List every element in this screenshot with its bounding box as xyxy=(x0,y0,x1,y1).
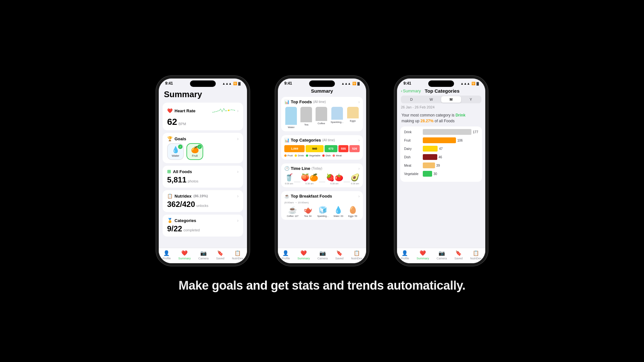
tab-summary-1[interactable]: ❤️ Summary xyxy=(178,250,191,260)
tab-profile-1[interactable]: 👤 Profile xyxy=(163,250,171,260)
chart-dish: Dish 46 xyxy=(404,154,478,160)
phone2-screen: 9:41 ▲▲▲ 🛜 ▓ Summary 📊 Top Foods (A xyxy=(278,79,366,263)
breakfast-icon: ☕ xyxy=(284,194,289,199)
back-button[interactable]: ‹ Summary xyxy=(401,88,421,93)
cat-bar-fruit: 1,069 xyxy=(284,145,305,152)
timeline-items: 🥤 6:08 am 🍑🍊 6:38 am 🍓🍅 6:38 am xyxy=(284,173,360,185)
legend-dot-veg xyxy=(306,154,308,157)
tab-saved-1[interactable]: 🔖 Saved xyxy=(216,250,224,260)
back-chevron-icon: ‹ xyxy=(401,88,402,93)
chart-bar-wrap-drink: 177 xyxy=(423,129,478,135)
tab-saved-2[interactable]: 🔖 Saved xyxy=(335,250,344,260)
status-time-3: 9:41 xyxy=(403,81,411,86)
chart-dairy: Dairy 47 xyxy=(404,146,478,152)
camera-icon-3: 📷 xyxy=(439,250,445,256)
tab-camera-1[interactable]: 📷 Camera xyxy=(198,250,209,260)
top-categories-card[interactable]: 📊 Top Categories (All time) › 1,069 940 xyxy=(281,135,363,160)
status-icons-2: ▲▲▲ 🛜 ▓ xyxy=(341,82,360,85)
goal-water-check: ✓ xyxy=(178,144,183,149)
top-categories-arrow: › xyxy=(358,138,360,143)
chart-val-drink: 177 xyxy=(473,130,478,134)
tab-camera-3[interactable]: 📷 Camera xyxy=(437,250,447,260)
breakfast-tea: 🫖 Tea: 94 xyxy=(304,206,312,217)
tab-nutridex-2[interactable]: 📋 NutriDex xyxy=(351,250,362,260)
nutridex-value: 362/420 xyxy=(167,200,195,209)
signal-icon-3: ▲▲▲ xyxy=(460,82,470,85)
breakfast-card[interactable]: ☕ Top Breakfast Foods › (6:00am → 10:00a… xyxy=(281,191,363,220)
nutridex-title: 📋 Nutridex (86.19%) xyxy=(167,193,208,199)
filter-y[interactable]: Y xyxy=(461,96,481,103)
top-foods-bars: Water Tea Coffee Sparkling... xyxy=(284,107,360,129)
chart-bar-wrap-fruit: 106 xyxy=(423,137,478,143)
camera-icon-1: 📷 xyxy=(200,250,207,256)
phone3-tab-bar: 👤 Profile ❤️ Summary 📷 Camera 🔖 Saved 📋 xyxy=(397,248,485,263)
top-foods-card[interactable]: 📊 Top Foods (All time) › Water xyxy=(281,97,363,131)
tab-saved-3[interactable]: 🔖 Saved xyxy=(454,250,463,260)
phone3-title: Top Categories xyxy=(425,88,479,94)
summary-icon-1: ❤️ xyxy=(181,250,188,256)
tab-profile-3[interactable]: 👤 Profile xyxy=(401,250,409,260)
legend-dot-dish xyxy=(322,154,325,157)
tab-summary-2[interactable]: ❤️ Summary xyxy=(298,250,310,260)
nutridex-sub: unlocks xyxy=(196,204,208,208)
heart-rate-card[interactable]: ❤️ Heart Rate › 62 BPM xyxy=(163,103,243,130)
categories-legend: Fruit Drink Vegetable Dish xyxy=(284,154,360,157)
filter-d[interactable]: D xyxy=(402,96,421,103)
chart-vegetable: Vegetable 30 xyxy=(404,171,478,177)
legend-dot-fruit xyxy=(284,154,287,157)
chart-val-veg: 30 xyxy=(433,172,437,176)
back-nav: ‹ Summary Top Categories xyxy=(397,87,485,96)
breakfast-items: ☕ Coffee: 127 🫖 Tea: 94 🧊 Sparkling... xyxy=(284,206,360,217)
tab-nutridex-3[interactable]: 📋 NutriDex xyxy=(470,250,481,260)
breakfast-water: 💧 Water: 63 xyxy=(334,206,343,217)
chart-label-fruit: Fruit xyxy=(404,139,421,142)
categories-value: 9/22 xyxy=(167,224,182,233)
tab-profile-2[interactable]: 👤 Profile xyxy=(282,250,290,260)
goals-row: 💧 ✓ Water 🍊 ✓ Fruit xyxy=(167,143,239,160)
insight-pct: 28.27% xyxy=(421,119,434,123)
filter-m[interactable]: M xyxy=(441,96,461,103)
tab-camera-2[interactable]: 📷 Camera xyxy=(317,250,328,260)
grid-icon: ⊞ xyxy=(167,169,171,174)
battery-icon-2: ▓ xyxy=(357,82,360,85)
chart-val-dairy: 47 xyxy=(439,147,442,151)
categories-card[interactable]: 🏅 Categories › 9/22 completed xyxy=(163,215,243,237)
phone-top-categories: 9:41 ▲▲▲ 🛜 ▓ ‹ Summary Top Categories D xyxy=(394,76,488,266)
chart-label-dish: Dish xyxy=(404,155,421,159)
breakfast-sparkling: 🧊 Sparkling... xyxy=(317,206,328,217)
chart-label-meat: Meat xyxy=(404,164,421,167)
status-icons-1: ▲▲▲ 🛜 ▓ xyxy=(222,82,241,85)
timeline-card[interactable]: 🕐 Time Line (Today) › 🥤 6:08 am xyxy=(281,163,363,187)
food-item-sparkling: Sparkling... xyxy=(331,107,344,129)
saved-icon-2: 🔖 xyxy=(336,250,343,256)
phone1-title: Summary xyxy=(159,87,247,101)
nutridex-card[interactable]: 📋 Nutridex (86.19%) › 362/420 unlocks xyxy=(163,190,243,212)
all-foods-card[interactable]: ⊞ All Foods › 5,811 photos xyxy=(163,166,243,188)
insight-text: Your most common category is Drink makin… xyxy=(397,111,485,126)
breakfast-sub: (6:00am → 10:00am) xyxy=(284,201,360,204)
profile-icon-2: 👤 xyxy=(282,250,289,256)
status-icons-3: ▲▲▲ 🛜 ▓ xyxy=(460,82,479,85)
filter-w[interactable]: W xyxy=(421,96,441,103)
wifi-icon-3: 🛜 xyxy=(471,82,475,85)
food-item-tea: Tea xyxy=(300,107,312,129)
timeline-connector-3 xyxy=(344,182,350,182)
camera-icon-2: 📷 xyxy=(319,250,326,256)
food-item-coffee: Coffee xyxy=(316,107,327,129)
legend-meat: Meat xyxy=(333,154,342,157)
nutridex-chevron: › xyxy=(237,193,239,199)
cat-bar-veg: 673 xyxy=(325,145,337,152)
top-categories-title: 📊 Top Categories (All time) xyxy=(284,138,335,143)
goals-card[interactable]: 🏆 Goals › 💧 ✓ Water 🍊 ✓ xyxy=(163,133,243,163)
timeline-connector-1 xyxy=(294,182,300,182)
status-time-1: 9:41 xyxy=(165,81,173,86)
time-filter: D W M Y xyxy=(401,96,481,103)
legend-dot-drink xyxy=(295,154,297,157)
all-foods-sub: photos xyxy=(188,179,198,183)
profile-icon-3: 👤 xyxy=(402,250,408,256)
tab-summary-3[interactable]: ❤️ Summary xyxy=(417,250,429,260)
timeline-emoji-1: 🥤 xyxy=(285,173,293,182)
tab-nutridex-1[interactable]: 📋 NutriDex xyxy=(232,250,243,260)
nutridex-tab-icon-2: 📋 xyxy=(354,250,360,256)
categories-chart-icon: 📊 xyxy=(284,138,289,143)
